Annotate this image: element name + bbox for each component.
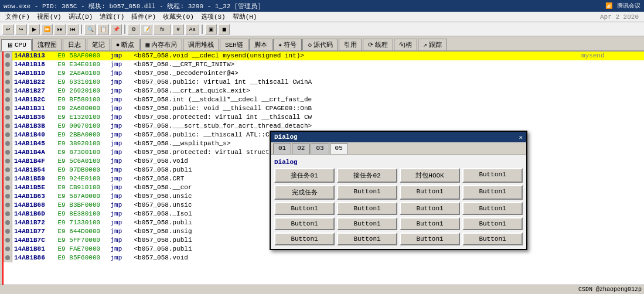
dialog-button[interactable]: Button1 [400,202,460,215]
breakpoint-marker[interactable] [5,150,10,155]
breakpoint-marker[interactable] [5,255,10,260]
table-row[interactable]: 14AB1B18E9 E34E0100jmp<b057_058.__CRT_RT… [4,60,644,69]
menu-plugin[interactable]: 插件(P) [128,12,159,22]
toolbar-btn-5[interactable]: ⏭ [54,24,66,35]
breakpoint-marker[interactable] [5,124,10,128]
dialog-button[interactable]: Button1 [400,185,460,200]
toolbar-btn-10[interactable]: ⚙ [128,24,139,35]
dialog-button[interactable]: Button1 [462,217,523,230]
dialog-button[interactable]: Button1 [274,233,335,245]
tab-callstack[interactable]: 调用堆栈 [183,39,219,50]
breakpoint-marker[interactable] [5,176,10,181]
menu-options[interactable]: 选项(S) [198,12,229,22]
tab-source[interactable]: ◇ 源代码 [302,39,338,50]
breakpoint-marker[interactable] [5,71,10,76]
menu-debug[interactable]: 调试(D) [66,12,96,22]
breakpoint-marker[interactable] [5,238,10,242]
tab-script[interactable]: 脚本 [249,39,272,50]
breakpoint-marker[interactable] [5,194,10,199]
dialog-button[interactable]: Button1 [337,233,397,245]
dialog-button[interactable]: 接任务01 [274,168,335,183]
menu-view[interactable]: 视图(V) [34,12,64,22]
breakpoint-marker[interactable] [5,115,10,119]
menu-file[interactable]: 文件(F) [2,12,33,22]
table-row[interactable]: 14AB1B36E9 E1320100jmp<b057_058.protecte… [4,113,644,122]
breakpoint-marker[interactable] [5,141,10,146]
table-row[interactable]: 14AB1B86E9 85F60000jmp<b057_058.void [4,254,644,262]
dialog-close-icon[interactable]: ✕ [519,134,523,141]
dialog-button[interactable]: Button1 [337,185,397,200]
tab-cpu[interactable]: 🖥 CPU [1,39,32,51]
table-row[interactable]: 14AB1B1DE9 2A8A0100jmp<b057_058._DecodeP… [4,69,644,78]
breakpoint-marker[interactable] [5,106,10,111]
dialog-button[interactable]: Button1 [400,217,460,230]
dialog-button[interactable]: 封包HOOK [400,168,460,183]
dialog-button[interactable]: Button1 [462,233,523,245]
table-row[interactable]: 14AB1B13E9 58AF0000jmp<b057_058.void __c… [4,52,644,60]
dialog-button[interactable]: 完成任务 [274,185,335,200]
dialog-tab-02[interactable]: 02 [292,143,310,154]
toolbar-btn-11[interactable]: 📝 [141,24,152,35]
dialog-button[interactable]: Button1 [274,202,335,215]
tab-flowchart[interactable]: 流程图 [32,39,62,50]
breakpoint-marker[interactable] [5,211,10,216]
toolbar-btn-1[interactable]: ↩ [2,24,14,35]
toolbar-btn-15[interactable]: ▣ [205,24,217,35]
tab-memory[interactable]: ▦ 内存布局 [140,39,182,50]
breakpoint-marker[interactable] [5,88,10,93]
tab-seh[interactable]: SEH链 [220,39,248,50]
menu-trace[interactable]: 追踪(T) [97,12,127,22]
breakpoint-marker[interactable] [5,167,10,172]
tab-symbols[interactable]: ✦ 符号 [273,39,302,50]
toolbar-btn-4[interactable]: ⏩ [41,24,53,35]
tab-threads[interactable]: ⟳ 线程 [363,39,393,50]
dialog-button[interactable]: Button1 [462,202,523,215]
toolbar-btn-13[interactable]: # [172,24,184,35]
toolbar-btn-16[interactable]: ◼ [218,24,230,35]
toolbar-btn-14[interactable]: Aa [185,24,199,35]
toolbar-btn-12[interactable]: fx [154,24,171,35]
breakpoint-marker[interactable] [5,53,10,58]
dialog-button[interactable]: 接任务02 [337,168,397,183]
toolbar-btn-2[interactable]: ↪ [15,24,27,35]
tab-notes[interactable]: 笔记 [87,39,110,50]
tab-refs[interactable]: 引用 [339,39,362,50]
tab-breakpoints[interactable]: ● 断点 [111,39,140,50]
dialog-tab-01[interactable]: 01 [273,143,291,154]
table-row[interactable]: 14AB1B2CE9 BF580100jmp<b057_058.int (__s… [4,95,644,104]
breakpoint-marker[interactable] [5,185,10,190]
breakpoint-marker[interactable] [5,97,10,102]
breakpoint-marker[interactable] [5,62,10,67]
dialog-tab-05[interactable]: 05 [330,143,348,154]
dialog-button[interactable]: Button1 [337,202,397,215]
bytes-cell: E9 87300100 [56,148,109,157]
table-row[interactable]: 14AB1B22E9 63310100jmp<b057_058.public: … [4,78,644,87]
dialog-button[interactable]: Button1 [337,217,397,230]
breakpoint-marker[interactable] [5,132,10,137]
dialog-button[interactable]: Button1 [462,185,523,200]
menu-help[interactable]: 帮助(H) [230,12,260,22]
breakpoint-marker[interactable] [5,80,10,84]
breakpoint-marker[interactable] [5,203,10,207]
tab-log[interactable]: 日志 [63,39,86,50]
dialog-tab-03[interactable]: 03 [311,143,329,154]
dialog-button[interactable]: Button1 [274,217,335,230]
breakpoint-marker[interactable] [5,220,10,225]
tab-handles[interactable]: 句柄 [394,39,417,50]
table-row[interactable]: 14AB1B3BE9 00970100jmp<b057_058.___scrt_… [4,122,644,131]
breakpoint-marker[interactable] [5,247,10,251]
toolbar-btn-3[interactable]: ▶ [28,24,40,35]
dialog-button[interactable]: Button1 [400,233,460,245]
menu-favorites[interactable]: 收藏夹(O) [160,12,197,22]
toolbar-btn-6[interactable]: ⏮ [67,24,79,35]
toolbar-btn-7[interactable]: 🔍 [84,24,96,35]
dialog-button[interactable]: Button1 [462,168,523,183]
toolbar-btn-8[interactable]: 📋 [97,24,109,35]
table-row[interactable]: 14AB1B31E9 2A680000jmp<b057_058.public: … [4,104,644,113]
tab-trace[interactable]: ↗ 跟踪 [418,39,447,50]
toolbar-btn-9[interactable]: 📌 [110,24,122,35]
breakpoint-marker[interactable] [5,229,10,234]
breakpoint-marker[interactable] [5,159,10,163]
table-row[interactable]: 14AB1B27E9 26920100jmp<b057_058.__crt_at… [4,87,644,95]
addr-cell: 14AB1B54 [12,166,56,175]
